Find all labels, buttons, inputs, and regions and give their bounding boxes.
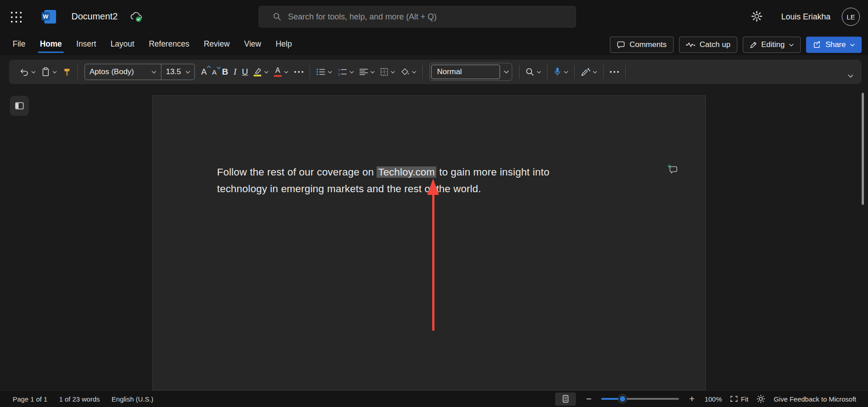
document-line-2[interactable]: technology in emerging markets and the r…	[217, 180, 549, 197]
paste-clipboard-button[interactable]	[38, 63, 60, 80]
chevron-down-icon[interactable]	[391, 71, 395, 74]
font-name-select[interactable]: Aptos (Body)	[85, 64, 161, 80]
bold-icon: B	[222, 67, 228, 77]
comments-button[interactable]: Comments	[610, 37, 673, 53]
word-logo-icon[interactable]: W	[42, 9, 56, 24]
chevron-down-icon[interactable]	[328, 71, 332, 74]
editing-mode-button[interactable]: Editing	[743, 37, 801, 53]
more-font-options-button[interactable]	[291, 63, 307, 80]
comments-label: Comments	[629, 40, 666, 49]
zoom-level[interactable]: 100%	[704, 395, 722, 403]
tab-references[interactable]: References	[142, 34, 197, 55]
toolbar-divider	[310, 65, 310, 79]
user-name[interactable]: Louis Eriakha	[781, 12, 830, 22]
undo-button[interactable]	[16, 63, 38, 80]
zoom-slider-thumb[interactable]	[618, 395, 627, 403]
avatar-initials: LE	[847, 13, 855, 21]
status-left-group: Page 1 of 1 1 of 23 words English (U.S.)	[0, 395, 153, 403]
chevron-down-icon[interactable]	[264, 71, 269, 74]
style-name: Normal	[431, 65, 500, 79]
document-line-1[interactable]: Follow the rest of our coverage on Techl…	[217, 164, 549, 180]
add-comment-anchor[interactable]	[667, 164, 679, 175]
chevron-down-icon[interactable]	[412, 71, 416, 74]
navigation-pane-icon	[15, 102, 24, 110]
styles-gallery[interactable]: Normal	[429, 63, 512, 81]
format-painter-button[interactable]	[60, 63, 74, 80]
highlighted-text[interactable]: Techloy.com	[377, 166, 436, 178]
navigation-pane-toggle[interactable]	[10, 96, 29, 116]
tab-home[interactable]: Home	[33, 34, 69, 55]
page-view-mode-button[interactable]	[555, 393, 576, 406]
zoom-slider[interactable]	[601, 395, 679, 402]
zoom-out-button[interactable]: −	[584, 393, 593, 404]
numbered-list-button[interactable]: 1 2	[335, 63, 357, 80]
borders-button[interactable]	[377, 63, 398, 80]
font-size-value: 13.5	[166, 67, 181, 76]
home-ribbon-toolbar: Aptos (Body) 13.5 A A B I U	[9, 60, 862, 84]
share-button[interactable]: Share	[806, 37, 862, 53]
chevron-down-icon[interactable]	[537, 71, 541, 74]
document-paragraph[interactable]: Follow the rest of our coverage on Techl…	[217, 164, 549, 197]
editing-label: Editing	[761, 40, 785, 49]
editor-button[interactable]	[578, 63, 600, 80]
more-ribbon-options-button[interactable]	[607, 63, 622, 80]
cloud-saved-icon[interactable]	[129, 11, 143, 23]
italic-button[interactable]: I	[231, 63, 239, 80]
underline-icon: U	[242, 67, 248, 77]
word-logo-letter: W	[42, 12, 50, 20]
tab-layout[interactable]: Layout	[104, 34, 142, 55]
find-button[interactable]	[523, 63, 544, 80]
search-bar[interactable]	[259, 6, 576, 28]
font-color-button[interactable]: A	[271, 63, 291, 80]
tab-help[interactable]: Help	[269, 34, 299, 55]
chevron-down-icon[interactable]	[504, 70, 509, 74]
fit-label: Fit	[741, 395, 749, 403]
chevron-down-icon[interactable]	[52, 71, 57, 74]
find-search-icon	[525, 67, 534, 76]
tab-review[interactable]: Review	[197, 34, 237, 55]
tab-file[interactable]: File	[5, 34, 33, 55]
comment-bubble-icon	[617, 41, 625, 49]
brightness-sun-icon[interactable]	[756, 394, 765, 403]
chevron-down-icon[interactable]	[564, 71, 568, 74]
tab-view[interactable]: View	[237, 34, 269, 55]
app-launcher-icon[interactable]	[8, 9, 24, 25]
bullet-list-button[interactable]	[313, 63, 335, 80]
language-status[interactable]: English (U.S.)	[112, 395, 154, 403]
font-name-value: Aptos (Body)	[90, 67, 134, 76]
vertical-scrollbar[interactable]	[862, 93, 864, 205]
chevron-down-icon[interactable]	[593, 71, 597, 74]
chevron-down-icon	[850, 43, 855, 47]
feedback-link[interactable]: Give Feedback to Microsoft	[774, 395, 856, 403]
word-count-status[interactable]: 1 of 23 words	[59, 395, 100, 403]
chevron-down-icon[interactable]	[284, 71, 288, 74]
chevron-down-icon[interactable]	[370, 71, 375, 74]
red-annotation-arrow	[427, 179, 439, 331]
fit-to-page-button[interactable]: Fit	[730, 395, 749, 403]
clipboard-icon	[41, 67, 50, 77]
shading-button[interactable]	[398, 63, 419, 80]
page-count-status[interactable]: Page 1 of 1	[13, 395, 47, 403]
catch-up-button[interactable]: Catch up	[679, 37, 737, 53]
settings-gear-icon[interactable]	[750, 10, 763, 23]
avatar[interactable]: LE	[842, 8, 860, 26]
grow-font-button[interactable]: A	[198, 63, 209, 80]
dictate-button[interactable]	[551, 63, 571, 80]
highlighter-icon	[254, 67, 262, 76]
search-input[interactable]	[288, 12, 559, 22]
text-highlight-button[interactable]	[251, 63, 271, 80]
chevron-down-icon	[789, 43, 794, 47]
underline-button[interactable]: U	[239, 63, 251, 80]
collapse-ribbon-button[interactable]	[848, 74, 854, 78]
chevron-down-icon[interactable]	[349, 71, 354, 74]
document-title[interactable]: Document2	[71, 11, 118, 22]
toolbar-divider	[603, 65, 604, 79]
document-page[interactable]: Follow the rest of our coverage on Techl…	[152, 95, 706, 390]
chevron-down-icon[interactable]	[31, 71, 36, 74]
font-size-select[interactable]: 13.5	[161, 64, 194, 80]
zoom-in-button[interactable]: +	[687, 393, 696, 404]
align-button[interactable]	[357, 63, 377, 80]
tab-insert[interactable]: Insert	[69, 34, 104, 55]
svg-text:1: 1	[338, 68, 340, 72]
toolbar-divider	[547, 65, 547, 79]
